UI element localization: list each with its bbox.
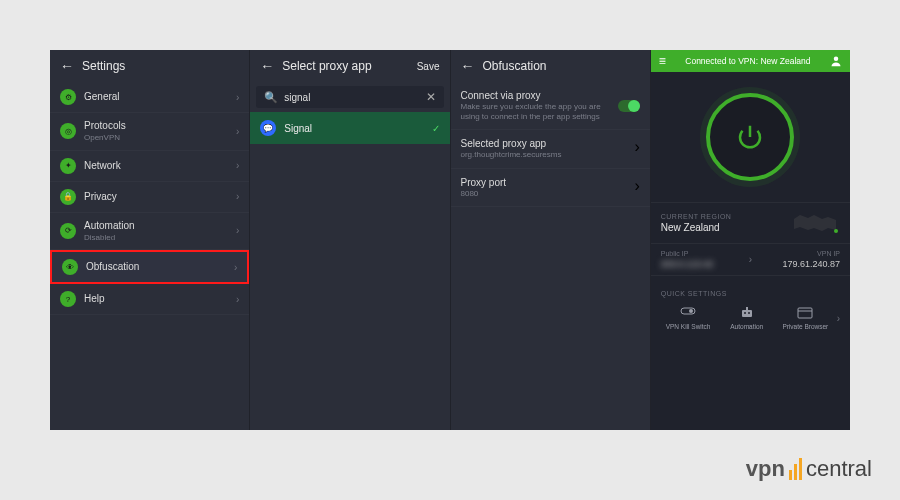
back-icon[interactable]: ← [260,58,274,74]
quick-settings: QUICK SETTINGS VPN Kill Switch Automatio… [651,275,850,330]
back-icon[interactable]: ← [461,58,475,74]
chevron-right-icon: › [234,262,237,273]
quick-automation[interactable]: Automation [719,306,774,330]
search-bar[interactable]: 🔍 ✕ [256,86,443,108]
chevron-right-icon: › [236,92,239,103]
row-sub: 8080 [461,189,627,199]
eye-icon: 👁 [62,259,78,275]
vpn-status-bar: ≡ Connected to VPN: New Zealand [651,50,850,72]
obfuscation-panel: ← Obfuscation Connect via proxy Make sur… [451,50,651,430]
chevron-right-icon: › [236,160,239,171]
chevron-right-icon: › [634,138,639,160]
chevron-right-icon: › [236,225,239,236]
search-icon: 🔍 [264,91,278,104]
arrow-right-icon: › [749,254,752,265]
row-label: Selected proxy app [461,138,627,149]
svg-rect-7 [798,308,812,318]
settings-item-help[interactable]: ? Help › [50,284,249,315]
clear-icon[interactable]: ✕ [426,90,436,104]
settings-item-label: Automation [84,220,228,232]
kill-switch-icon [680,306,696,320]
settings-item-label: General [84,91,228,103]
watermark-text-b: central [806,456,872,482]
signal-app-icon: 💬 [260,120,276,136]
obfuscation-header: ← Obfuscation [451,50,650,82]
search-input[interactable] [284,92,419,103]
app-result-label: Signal [284,123,423,134]
settings-item-privacy[interactable]: 🔒 Privacy › [50,182,249,213]
browser-icon [797,306,813,320]
chevron-right-icon[interactable]: › [837,313,840,324]
obfuscation-title: Obfuscation [483,59,640,73]
proxy-toggle[interactable] [618,100,640,112]
vpncentral-watermark: vpn central [746,456,872,482]
quick-settings-label: QUICK SETTINGS [661,290,727,297]
proxy-port-row[interactable]: Proxy port 8080 › [451,169,650,208]
gear-icon: ⚙ [60,89,76,105]
settings-item-protocols[interactable]: ◎ Protocols OpenVPN › [50,113,249,151]
settings-item-label: Network [84,160,228,172]
quick-kill-switch[interactable]: VPN Kill Switch [661,306,716,330]
settings-item-label: Obfuscation [86,261,226,273]
location-dot-icon [834,229,838,233]
vpn-ip-value: 179.61.240.87 [782,259,840,269]
chevron-right-icon: › [634,177,639,199]
settings-item-sub: OpenVPN [84,133,228,143]
settings-item-label: Privacy [84,191,228,203]
public-ip-label: Public IP [661,250,745,257]
select-proxy-panel: ← Select proxy app Save 🔍 ✕ 💬 Signal ✓ [250,50,450,430]
robot-icon [739,306,755,320]
vpn-main-panel: ≡ Connected to VPN: New Zealand CURRENT … [651,50,850,430]
power-button[interactable] [706,93,794,181]
svg-point-2 [689,309,693,313]
bars-icon [789,458,802,480]
row-sub: org.thoughtcrime.securesms [461,150,627,160]
region-label: CURRENT REGION [661,213,786,220]
quick-item-label: Automation [730,323,763,330]
network-icon: ✦ [60,158,76,174]
row-sub: Make sure you exclude the app you are us… [461,102,610,121]
svg-point-4 [744,312,746,314]
app-result-signal[interactable]: 💬 Signal ✓ [250,112,449,144]
help-icon: ? [60,291,76,307]
settings-title: Settings [82,59,239,73]
svg-rect-3 [742,310,752,317]
lock-icon: 🔒 [60,189,76,205]
chevron-right-icon: › [236,126,239,137]
profile-icon[interactable] [830,55,842,67]
world-map-icon [792,211,840,235]
quick-private-browser[interactable]: Private Browser [778,306,833,330]
back-icon[interactable]: ← [60,58,74,74]
chevron-right-icon: › [236,294,239,305]
public-ip-value: 203.0.113.42 [661,259,745,269]
svg-point-5 [748,312,750,314]
chevron-right-icon: › [236,191,239,202]
app-screenshot: ← Settings ⚙ General › ◎ Protocols OpenV… [50,50,850,430]
settings-item-obfuscation[interactable]: 👁 Obfuscation › [50,250,249,284]
menu-icon[interactable]: ≡ [659,54,666,68]
power-button-area [651,72,850,202]
settings-panel: ← Settings ⚙ General › ◎ Protocols OpenV… [50,50,250,430]
settings-list: ⚙ General › ◎ Protocols OpenVPN › ✦ Netw… [50,82,249,430]
settings-item-automation[interactable]: ⟳ Automation Disabled › [50,213,249,251]
quick-item-label: Private Browser [782,323,828,330]
svg-rect-6 [746,307,748,310]
settings-item-sub: Disabled [84,233,228,243]
protocol-icon: ◎ [60,123,76,139]
select-proxy-header: ← Select proxy app Save [250,50,449,82]
row-label: Connect via proxy [461,90,610,101]
region-value: New Zealand [661,222,786,233]
connect-via-proxy-row[interactable]: Connect via proxy Make sure you exclude … [451,82,650,130]
vpn-status-text: Connected to VPN: New Zealand [672,56,824,66]
row-label: Proxy port [461,177,627,188]
select-proxy-title: Select proxy app [282,59,408,73]
settings-item-general[interactable]: ⚙ General › [50,82,249,113]
settings-item-network[interactable]: ✦ Network › [50,151,249,182]
current-region-row[interactable]: CURRENT REGION New Zealand [651,202,850,243]
check-icon: ✓ [432,123,440,134]
selected-proxy-app-row[interactable]: Selected proxy app org.thoughtcrime.secu… [451,130,650,169]
save-button[interactable]: Save [417,61,440,72]
settings-item-label: Protocols [84,120,228,132]
watermark-text-a: vpn [746,456,785,482]
vpn-ip-label: VPN IP [817,250,840,257]
